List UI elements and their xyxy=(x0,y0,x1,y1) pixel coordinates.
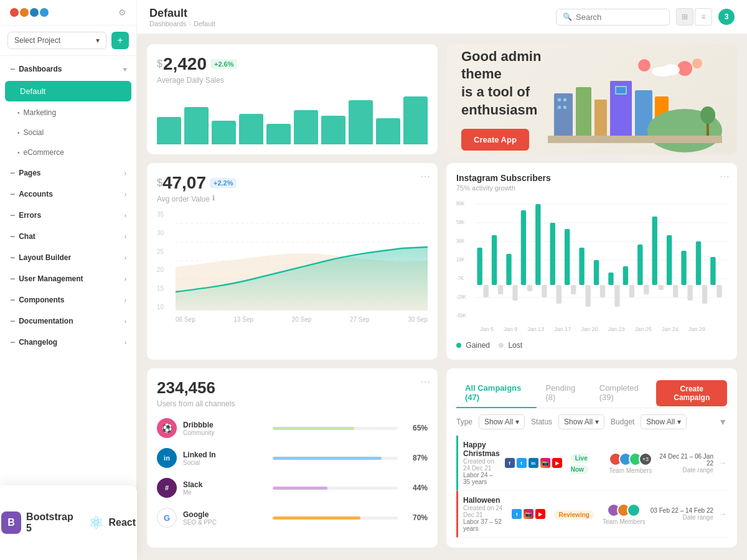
sidebar-item-marketing[interactable]: Marketing xyxy=(0,103,136,123)
svg-rect-13 xyxy=(616,87,626,93)
card-campaigns: All Campaigns (47) Pending (8) Completed… xyxy=(446,368,737,548)
sidebar-item-user-management[interactable]: − User Management › xyxy=(0,268,136,289)
sales-bar xyxy=(157,117,181,144)
view-toggle: ⊞ ≡ xyxy=(676,8,712,26)
filter-budget-select[interactable]: Show All ▾ xyxy=(641,414,687,429)
breadcrumb-parent[interactable]: Dashboards xyxy=(149,20,186,27)
dribbble-logo: ⚽ xyxy=(157,418,177,438)
create-app-button[interactable]: Create App xyxy=(461,129,529,151)
grid-view-button[interactable]: ⊞ xyxy=(676,8,693,26)
tab-completed[interactable]: Completed (39) xyxy=(591,378,657,408)
sidebar-item-dashboards[interactable]: − Dashboards ▾ xyxy=(0,58,136,80)
ig-x-labels: Jan 5 Jan 9 Jan 13 Jan 17 Jan 20 Jan 23 … xyxy=(456,326,727,332)
chevron-down-icon: ▾ xyxy=(595,418,599,426)
avatars-group: +3 xyxy=(609,452,652,466)
channel-type: Social xyxy=(183,459,266,466)
channel-row: G Google SEO & PPC 70% xyxy=(157,503,428,533)
avatar xyxy=(627,503,641,517)
channel-percent: 65% xyxy=(409,424,428,432)
svg-rect-65 xyxy=(667,235,672,285)
sidebar-item-layout-builder[interactable]: − Layout Builder › xyxy=(0,247,136,268)
filter-status-select[interactable]: Show All ▾ xyxy=(558,414,604,429)
sidebar-item-documentation[interactable]: − Documentation › xyxy=(0,310,136,332)
svg-rect-59 xyxy=(623,266,628,285)
search-box[interactable]: 🔍 xyxy=(556,9,670,26)
svg-rect-50 xyxy=(557,285,561,304)
sidebar-item-label: Layout Builder xyxy=(19,253,71,262)
chevron-right-icon: › xyxy=(125,233,126,240)
svg-rect-72 xyxy=(716,285,721,297)
team-members-label: Team Members xyxy=(609,467,652,474)
chevron-right-icon: › xyxy=(125,191,126,198)
sidebar-item-label: Dashboards xyxy=(19,65,62,73)
sidebar-item-default[interactable]: Default xyxy=(5,81,131,101)
sidebar-item-chat[interactable]: − Chat › xyxy=(0,226,136,247)
sales-bar-chart xyxy=(157,95,428,144)
add-project-button[interactable]: + xyxy=(111,32,129,49)
campaign-row: Halloween Created on 24 Dec 21 Labor 37 … xyxy=(456,491,727,538)
campaign-social-icons: t 📷 ▶ xyxy=(512,509,545,519)
svg-rect-43 xyxy=(506,254,511,285)
x-axis-labels: 06 Sep 13 Sep 20 Sep 27 Sep 30 Sep xyxy=(176,316,428,323)
y-axis-labels: 35 30 25 20 15 10 xyxy=(157,211,172,310)
order-badge: +2.2% xyxy=(210,178,237,188)
channel-progress xyxy=(273,427,398,430)
date-range-label: Date range xyxy=(651,514,713,521)
gained-legend: Gained xyxy=(456,341,490,350)
sales-bar xyxy=(239,114,263,145)
campaign-social-icons: f t in 📷 ▶ xyxy=(505,458,562,468)
instagram-icon: 📷 xyxy=(524,509,533,519)
filter-icon[interactable]: ▼ xyxy=(718,417,727,427)
svg-rect-55 xyxy=(594,260,599,285)
date-range-value: 03 Feb 22 – 14 Feb 22 xyxy=(651,507,713,514)
youtube-icon: ▶ xyxy=(535,509,545,519)
arrow-icon[interactable]: → xyxy=(718,458,727,468)
menu-view-button[interactable]: ≡ xyxy=(695,8,712,26)
gear-icon[interactable]: ⚙ xyxy=(118,7,126,17)
channel-name: Google xyxy=(183,510,266,519)
svg-rect-56 xyxy=(600,285,605,297)
svg-rect-61 xyxy=(637,245,642,285)
sidebar-item-social[interactable]: Social xyxy=(0,123,136,142)
sidebar-item-changelog[interactable]: − Changelog › xyxy=(0,332,136,353)
filter-type-select[interactable]: Show All ▾ xyxy=(479,414,525,429)
channel-percent: 70% xyxy=(409,513,428,522)
card-menu-icon[interactable]: ⋯ xyxy=(720,170,730,182)
sidebar-item-label: Default xyxy=(20,86,45,96)
svg-rect-44 xyxy=(512,285,517,301)
svg-rect-40 xyxy=(484,285,489,297)
sidebar-item-accounts[interactable]: − Accounts › xyxy=(0,184,136,205)
notification-badge[interactable]: 3 xyxy=(718,9,735,25)
sidebar-item-label: Components xyxy=(19,296,64,304)
sidebar-item-ecommerce[interactable]: eCommerce xyxy=(0,142,136,162)
sidebar-item-label: Social xyxy=(24,128,44,137)
sidebar-item-label: Marketing xyxy=(24,108,57,117)
sidebar-item-pages[interactable]: − Pages › xyxy=(0,162,136,184)
channel-progress xyxy=(273,516,398,520)
create-campaign-button[interactable]: Create Campaign xyxy=(656,380,727,406)
channel-name: Dribbble xyxy=(183,421,266,429)
chevron-right-icon: › xyxy=(125,339,126,346)
project-dropdown[interactable]: Select Project ▾ xyxy=(7,32,106,49)
breadcrumb-separator: › xyxy=(189,20,191,27)
sidebar-item-components[interactable]: − Components › xyxy=(0,289,136,310)
sidebar-item-label: Accounts xyxy=(19,190,53,198)
react-info: ⚛ React xyxy=(88,513,136,533)
svg-rect-46 xyxy=(527,285,532,291)
card-menu-icon[interactable]: ⋯ xyxy=(420,170,430,182)
tab-pending[interactable]: Pending (8) xyxy=(537,378,590,408)
svg-text:80K: 80K xyxy=(456,200,465,207)
tab-all-campaigns[interactable]: All Campaigns (47) xyxy=(456,378,537,408)
campaign-name-col: Halloween Created on 24 Dec 21 Labor 37 … xyxy=(463,496,507,532)
svg-rect-51 xyxy=(565,229,570,285)
hero-text: Good admin themeis a tool of enthusiasm … xyxy=(461,48,548,151)
search-input[interactable] xyxy=(576,12,663,22)
card-menu-icon[interactable]: ⋯ xyxy=(420,376,430,388)
arrow-icon[interactable]: → xyxy=(718,509,727,519)
info-icon[interactable]: ℹ xyxy=(212,194,215,202)
minus-icon: − xyxy=(10,168,15,178)
sidebar-item-errors[interactable]: − Errors › xyxy=(0,205,136,226)
svg-point-1 xyxy=(692,58,702,68)
campaign-created-date: Created on 24 Dec 21 xyxy=(463,505,507,518)
sales-bar xyxy=(403,96,428,144)
